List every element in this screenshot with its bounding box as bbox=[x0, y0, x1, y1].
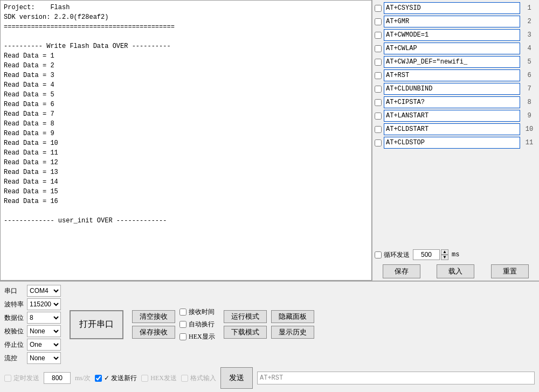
reset-button[interactable]: 重置 bbox=[491, 264, 529, 278]
format-input-label: 格式输入 bbox=[190, 374, 216, 383]
cmd-row-4: 4 bbox=[375, 43, 537, 54]
cmd-num-2: 2 bbox=[522, 18, 537, 25]
cmd-num-7: 7 bbox=[522, 85, 537, 93]
cmd-checkbox-4[interactable] bbox=[375, 45, 382, 52]
stopbits-select[interactable]: One bbox=[27, 339, 61, 351]
auto-newline-checkbox[interactable] bbox=[179, 321, 186, 328]
cmd-checkbox-8[interactable] bbox=[375, 99, 382, 106]
port-label: 串口 bbox=[4, 286, 24, 296]
cmd-num-9: 9 bbox=[522, 112, 537, 120]
cmd-input-9[interactable] bbox=[384, 110, 520, 122]
clear-recv-button[interactable]: 清空接收 bbox=[132, 310, 175, 323]
recv-time-label: 接收时间 bbox=[189, 307, 215, 317]
loop-label: 循环发送 bbox=[384, 250, 410, 260]
loop-ms-label: ms bbox=[452, 251, 459, 258]
timed-send-unit: ms/次 bbox=[75, 374, 91, 383]
cmd-row-9: 9 bbox=[375, 110, 537, 122]
newline-label: ✓ 发送新行 bbox=[104, 374, 137, 383]
spin-up-btn[interactable]: ▲ bbox=[441, 249, 448, 255]
cmd-checkbox-1[interactable] bbox=[375, 5, 382, 12]
cmd-row-8: 8 bbox=[375, 96, 537, 108]
cmd-input-7[interactable] bbox=[384, 83, 520, 95]
timed-send-option: 定时发送 bbox=[4, 374, 39, 383]
hex-display-checkbox[interactable] bbox=[179, 333, 186, 340]
auto-newline-label: 自动换行 bbox=[189, 320, 215, 329]
recv-time-option: 接收时间 bbox=[179, 307, 215, 317]
cmd-input-10[interactable] bbox=[384, 123, 520, 135]
cmd-num-1: 1 bbox=[522, 4, 537, 12]
save-recv-button[interactable]: 保存接收 bbox=[132, 326, 175, 339]
newline-checkbox[interactable] bbox=[95, 375, 102, 382]
cmd-input-8[interactable] bbox=[384, 96, 520, 108]
send-area: 定时发送 800 ms/次 ✓ 发送新行 HEX发送 格式输入 发送 bbox=[4, 367, 535, 389]
cmd-checkbox-2[interactable] bbox=[375, 18, 382, 25]
cmd-checkbox-6[interactable] bbox=[375, 72, 382, 79]
loop-checkbox[interactable] bbox=[375, 251, 382, 258]
cmd-row-10: 10 bbox=[375, 123, 537, 135]
cmd-row-11: 11 bbox=[375, 137, 537, 149]
hex-send-option: HEX发送 bbox=[141, 374, 177, 383]
timed-send-checkbox[interactable] bbox=[4, 375, 11, 382]
cmd-checkbox-5[interactable] bbox=[375, 59, 382, 66]
send-button[interactable]: 发送 bbox=[220, 367, 253, 389]
action-row: 保存 载入 重置 bbox=[375, 264, 537, 278]
open-port-button[interactable]: 打开串口 bbox=[70, 310, 123, 339]
save-button[interactable]: 保存 bbox=[383, 264, 420, 278]
cmd-row-1: 1 bbox=[375, 2, 537, 14]
cmd-checkbox-7[interactable] bbox=[375, 86, 382, 93]
newline-option: ✓ 发送新行 bbox=[95, 374, 137, 383]
bottom-row1: 串口 COM4 波特率 115200 数据位 8 校验位 None 停止位 On… bbox=[4, 285, 535, 364]
parity-label: 校验位 bbox=[4, 327, 24, 336]
cmd-num-8: 8 bbox=[522, 99, 537, 106]
mode-buttons: 运行模式 下载模式 bbox=[224, 310, 267, 339]
cmd-input-2[interactable] bbox=[384, 16, 520, 27]
cmd-input-1[interactable] bbox=[384, 2, 520, 14]
spin-down-btn[interactable]: ▼ bbox=[441, 255, 448, 260]
cmd-checkbox-9[interactable] bbox=[375, 113, 382, 120]
show-history-button[interactable]: 显示历史 bbox=[271, 326, 314, 339]
cmd-row-6: 6 bbox=[375, 69, 537, 81]
cmd-row-2: 2 bbox=[375, 16, 537, 27]
cmd-row-5: 5 bbox=[375, 56, 537, 68]
flowcontrol-select[interactable]: None bbox=[27, 352, 61, 364]
format-input-option: 格式输入 bbox=[181, 374, 216, 383]
port-select[interactable]: COM4 bbox=[27, 285, 61, 297]
cmd-checkbox-3[interactable] bbox=[375, 32, 382, 39]
loop-row: 循环发送 500 ▲ ▼ ms bbox=[375, 249, 537, 260]
cmd-checkbox-11[interactable] bbox=[375, 139, 382, 146]
hide-panel-button[interactable]: 隐藏面板 bbox=[271, 310, 314, 323]
right-panel: 1234567891011 循环发送 500 ▲ ▼ ms 保存 载入 重置 bbox=[372, 0, 539, 281]
hex-send-checkbox[interactable] bbox=[141, 375, 148, 382]
cmd-checkbox-10[interactable] bbox=[375, 126, 382, 133]
loop-interval-input[interactable]: 500 bbox=[413, 249, 440, 260]
main-area: Project: Flash SDK version: 2.2.0(f28eaf… bbox=[0, 0, 539, 281]
cmd-num-11: 11 bbox=[522, 139, 537, 146]
cmd-num-10: 10 bbox=[522, 125, 537, 133]
loop-spin: ▲ ▼ bbox=[441, 249, 448, 260]
baud-label: 波特率 bbox=[4, 300, 24, 309]
send-content-input[interactable] bbox=[257, 372, 535, 384]
timed-send-label: 定时发送 bbox=[13, 374, 39, 383]
cmd-input-6[interactable] bbox=[384, 69, 520, 81]
hex-display-option: HEX显示 bbox=[179, 332, 215, 341]
hex-display-label: HEX显示 bbox=[189, 332, 215, 341]
cmd-num-6: 6 bbox=[522, 72, 537, 79]
timed-send-interval[interactable]: 800 bbox=[44, 372, 71, 384]
cmd-input-3[interactable] bbox=[384, 29, 520, 41]
parity-select[interactable]: None bbox=[27, 325, 61, 337]
run-mode-button[interactable]: 运行模式 bbox=[224, 310, 267, 323]
cmd-input-11[interactable] bbox=[384, 137, 520, 149]
recv-time-checkbox[interactable] bbox=[179, 309, 186, 316]
cmd-num-3: 3 bbox=[522, 31, 537, 39]
databits-select[interactable]: 8 bbox=[27, 312, 61, 324]
hex-send-label: HEX发送 bbox=[150, 374, 177, 383]
baud-select[interactable]: 115200 bbox=[27, 298, 61, 310]
format-input-checkbox[interactable] bbox=[181, 375, 188, 382]
load-button[interactable]: 载入 bbox=[437, 264, 474, 278]
download-mode-button[interactable]: 下载模式 bbox=[224, 326, 267, 339]
auto-newline-option: 自动换行 bbox=[179, 320, 215, 329]
terminal-output: Project: Flash SDK version: 2.2.0(f28eaf… bbox=[0, 0, 372, 281]
command-list: 1234567891011 bbox=[375, 2, 537, 247]
cmd-input-4[interactable] bbox=[384, 43, 520, 54]
cmd-input-5[interactable] bbox=[384, 56, 520, 68]
